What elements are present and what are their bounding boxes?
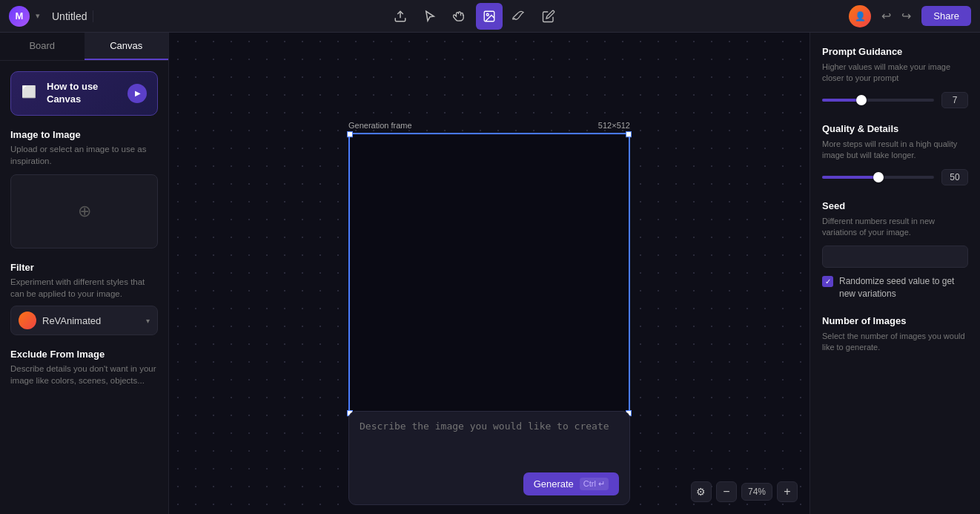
svg-point-2 [486,13,489,16]
generate-label: Generate [534,478,574,490]
filter-chevron-icon: ▾ [146,317,150,325]
app-logo[interactable]: M [9,6,30,27]
filter-title: Filter [10,262,158,273]
sidebar-content: ⬜ How to use Canvas Image to Image Uploa… [0,61,168,397]
avatar[interactable]: 👤 [849,5,871,27]
logo-chevron[interactable]: ▾ [36,11,40,21]
quality-value: 50 [941,169,968,185]
frame-label-row: Generation frame 512×512 [348,121,630,130]
frame-label: Generation frame [348,121,412,130]
image-gen-tool[interactable] [476,3,503,30]
undo-redo-group: ↩ ↪ [877,6,916,26]
num-images-section: Number of Images Select the number of im… [822,315,968,354]
num-images-title: Number of Images [822,315,968,326]
zoom-out-button[interactable]: − [716,481,737,502]
select-tool[interactable] [417,3,443,30]
canvas-area[interactable]: Generation frame 512×512 Generate Ctrl ↵ [169,33,810,514]
tutorial-icon: ⬜ [21,85,39,102]
quality-section: Quality & Details More steps will result… [822,123,968,185]
undo-button[interactable]: ↩ [877,6,895,26]
filter-selected: ReVAnimated [42,315,140,326]
prompt-input[interactable] [360,421,619,465]
generation-frame[interactable] [348,133,630,415]
zoom-controls: ⚙ − 74% + [691,481,798,502]
image-to-image-title: Image to Image [10,129,158,140]
paint-tool[interactable] [506,3,532,30]
quality-slider-row: 50 [822,169,968,185]
image-to-image-desc: Upload or select an image to use as insp… [10,143,158,167]
sidebar-tabs: Board Canvas [0,33,168,61]
main-area: Board Canvas ⬜ How to use Canvas Image t… [0,33,980,514]
share-button[interactable]: Share [921,6,971,26]
exclude-section: Exclude From Image Describe details you … [10,349,158,386]
quality-thumb[interactable] [873,172,884,182]
zoom-in-button[interactable]: + [777,481,798,502]
filter-desc: Experiment with different styles that ca… [10,276,158,300]
frame-size: 512×512 [598,121,630,130]
pen-tool[interactable] [535,3,562,30]
randomize-seed-label: Randomize seed value to get new variatio… [839,275,968,300]
quality-fill [822,176,878,179]
exclude-desc: Describe details you don't want in your … [10,363,158,386]
topbar-right: 👤 ↩ ↪ Share [849,5,971,27]
quality-desc: More steps will result in a high quality… [822,139,968,162]
document-title[interactable]: Untitled [46,10,93,22]
redo-button[interactable]: ↪ [897,6,916,26]
seed-desc: Different numbers result in new variatio… [822,216,968,239]
tutorial-title: How to use Canvas [47,81,120,106]
generation-frame-wrapper: Generation frame 512×512 [348,121,630,415]
prompt-guidance-track[interactable] [822,99,934,102]
seed-title: Seed [822,200,968,211]
filter-section: Filter Experiment with different styles … [10,262,158,335]
randomize-seed-row: Randomize seed value to get new variatio… [822,275,968,300]
filter-dropdown[interactable]: ReVAnimated ▾ [10,306,158,335]
prompt-box: Generate Ctrl ↵ [348,411,630,505]
canvas-settings-button[interactable]: ⚙ [691,481,712,502]
image-to-image-section: Image to Image Upload or select an image… [10,129,158,248]
hand-tool[interactable] [446,3,473,30]
exclude-title: Exclude From Image [10,349,158,360]
tutorial-play-button[interactable] [128,84,147,103]
prompt-actions: Generate Ctrl ↵ [360,472,619,495]
prompt-guidance-thumb[interactable] [856,95,867,105]
prompt-guidance-slider-row: 7 [822,92,968,108]
generate-button[interactable]: Generate Ctrl ↵ [523,472,619,495]
resize-handle-tl[interactable] [347,131,353,137]
left-sidebar: Board Canvas ⬜ How to use Canvas Image t… [0,33,169,514]
export-tool[interactable] [387,3,414,30]
tutorial-card[interactable]: ⬜ How to use Canvas [10,71,158,116]
seed-input[interactable] [822,246,968,268]
seed-section: Seed Different numbers result in new var… [822,200,968,300]
prompt-guidance-title: Prompt Guidance [822,46,968,57]
right-sidebar: Prompt Guidance Higher values will make … [810,33,980,514]
canvas-tab[interactable]: Canvas [85,33,169,60]
prompt-guidance-section: Prompt Guidance Higher values will make … [822,46,968,108]
zoom-level: 74% [741,483,772,501]
filter-avatar-icon [19,312,36,329]
toolbar [105,3,843,30]
board-tab[interactable]: Board [0,33,85,60]
generate-shortcut: Ctrl ↵ [580,478,609,490]
num-images-desc: Select the number of images you would li… [822,331,968,354]
resize-handle-tr[interactable] [626,131,632,137]
topbar: M ▾ Untitled 👤 ↩ ↪ Share [0,0,980,33]
prompt-wrapper: Generate Ctrl ↵ [348,411,630,505]
quality-title: Quality & Details [822,123,968,134]
plus-icon: ⊕ [78,202,91,221]
prompt-guidance-value: 7 [941,92,968,108]
prompt-guidance-desc: Higher values will make your image close… [822,62,968,85]
quality-track[interactable] [822,176,934,179]
randomize-seed-checkbox[interactable] [822,276,833,287]
image-upload-area[interactable]: ⊕ [10,174,158,248]
